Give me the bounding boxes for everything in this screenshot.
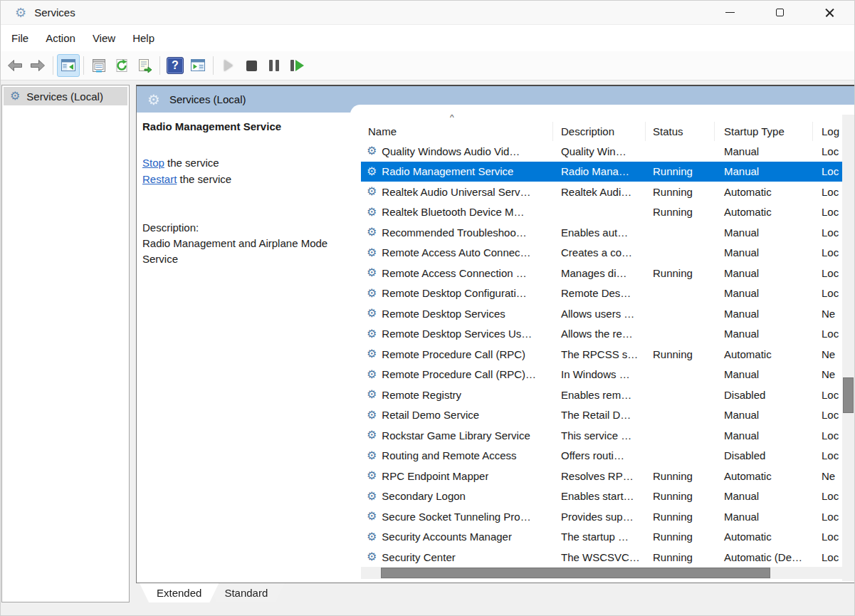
show-action-pane-button[interactable] xyxy=(187,54,209,77)
column-header-name[interactable]: Name ^ xyxy=(361,122,553,141)
service-log-on-as-cell: Loc xyxy=(813,267,844,279)
service-description-cell: Offers routi… xyxy=(553,449,646,461)
service-log-on-as-cell: Ne xyxy=(813,348,844,360)
maximize-button[interactable] xyxy=(755,1,804,24)
stop-service-link[interactable]: Stop xyxy=(142,157,164,169)
pause-service-icon xyxy=(269,60,279,71)
horizontal-scrollbar[interactable] xyxy=(361,567,844,579)
help-button[interactable]: ? xyxy=(164,54,187,77)
service-row[interactable]: ⚙Remote Desktop Services Allows users … … xyxy=(361,303,844,324)
service-name: Remote Desktop Services Us… xyxy=(382,328,532,340)
service-row[interactable]: ⚙Remote Desktop Services Us… Allows the … xyxy=(361,324,844,345)
service-row[interactable]: ⚙Remote Procedure Call (RPC) The RPCSS s… xyxy=(361,344,844,365)
service-name: Quality Windows Audio Vid… xyxy=(382,145,520,157)
service-startup-type-cell: Manual xyxy=(715,368,813,380)
restart-service-icon xyxy=(290,60,304,71)
horizontal-scrollbar-thumb[interactable] xyxy=(381,568,770,578)
description-text: Radio Management and Airplane Mode Servi… xyxy=(142,236,343,267)
service-log-on-as-cell: Ne xyxy=(813,308,844,320)
back-button[interactable] xyxy=(4,54,26,77)
menu-item-help[interactable]: Help xyxy=(124,28,163,49)
service-gear-icon: ⚙ xyxy=(367,369,377,380)
service-row[interactable]: ⚙Quality Windows Audio Vid… Quality Win…… xyxy=(361,141,844,162)
restart-service-link[interactable]: Restart xyxy=(142,173,177,185)
service-row[interactable]: ⚙Secondary Logon Enables start… Running … xyxy=(361,486,844,507)
pause-service-button[interactable] xyxy=(263,54,285,77)
service-name: Realtek Audio Universal Serv… xyxy=(382,186,530,198)
service-startup-type-cell: Disabled xyxy=(715,389,813,401)
column-header-log-on-as[interactable]: Log xyxy=(813,122,844,141)
minimize-icon xyxy=(725,12,735,14)
service-row[interactable]: ⚙Recommended Troubleshoo… Enables aut… M… xyxy=(361,222,844,243)
menu-item-action[interactable]: Action xyxy=(37,28,84,49)
service-row[interactable]: ⚙Rockstar Game Library Service This serv… xyxy=(361,425,844,446)
service-row[interactable]: ⚙RPC Endpoint Mapper Resolves RP… Runnin… xyxy=(361,466,844,486)
service-row[interactable]: ⚙Retail Demo Service The Retail D… Manua… xyxy=(361,405,844,426)
service-description-cell: This service … xyxy=(553,429,646,442)
column-header-name-label: Name xyxy=(368,125,397,137)
service-description-cell: Manages di… xyxy=(553,267,646,279)
menu-item-file[interactable]: File xyxy=(3,28,37,49)
list-header: Name ^ Description Status Startup Type L… xyxy=(361,115,844,141)
service-startup-type-cell: Manual xyxy=(715,287,813,299)
service-row[interactable]: ⚙Remote Desktop Configurati… Remote Des…… xyxy=(361,283,844,304)
service-startup-type-cell: Manual xyxy=(715,145,813,157)
service-startup-type-cell: Automatic xyxy=(715,206,813,218)
service-startup-type-cell: Disabled xyxy=(715,449,813,461)
service-row[interactable]: ⚙Remote Procedure Call (RPC)… In Windows… xyxy=(361,365,844,385)
service-log-on-as-cell: Loc xyxy=(813,551,844,563)
service-row[interactable]: ⚙Security Center The WSCSVC… Running Aut… xyxy=(361,547,844,568)
export-list-button[interactable] xyxy=(133,54,156,77)
restart-service-button[interactable] xyxy=(285,54,308,77)
service-startup-type-cell: Manual xyxy=(715,246,813,259)
menu-item-view[interactable]: View xyxy=(84,28,124,49)
service-gear-icon: ⚙ xyxy=(367,308,377,319)
service-row[interactable]: ⚙Routing and Remote Access Offers routi…… xyxy=(361,446,844,466)
service-status-cell: Running xyxy=(646,267,715,279)
export-list-icon xyxy=(136,57,153,74)
tree-item-services-local[interactable]: ⚙ Services (Local) xyxy=(4,87,127,105)
column-header-status[interactable]: Status xyxy=(646,122,715,141)
vertical-scrollbar[interactable] xyxy=(842,115,854,581)
service-log-on-as-cell: Loc xyxy=(813,511,844,523)
service-description-cell: Radio Mana… xyxy=(553,165,646,177)
column-header-startup-type[interactable]: Startup Type xyxy=(715,122,813,141)
service-description-cell: Quality Win… xyxy=(553,145,646,157)
service-row[interactable]: ⚙Remote Access Connection … Manages di… … xyxy=(361,263,844,283)
show-console-tree-button[interactable] xyxy=(57,54,80,77)
service-status-cell: Running xyxy=(646,206,715,218)
service-row[interactable]: ⚙Security Accounts Manager The startup …… xyxy=(361,527,844,548)
service-row[interactable]: ⚙Secure Socket Tunneling Pro… Provides s… xyxy=(361,506,844,527)
properties-button[interactable] xyxy=(88,54,110,77)
service-description-cell: In Windows … xyxy=(553,368,646,380)
service-action-links: Stop the service Restart the service xyxy=(142,155,345,187)
service-gear-icon: ⚙ xyxy=(367,226,377,238)
service-row[interactable]: ⚙Realtek Bluetooth Device M… Running Aut… xyxy=(361,202,844,223)
sort-ascending-icon: ^ xyxy=(450,115,454,122)
service-description-cell: Creates a co… xyxy=(553,246,646,259)
service-row[interactable]: ⚙Radio Management Service Radio Mana… Ru… xyxy=(361,162,844,182)
stop-service-line: Stop the service xyxy=(142,155,345,171)
service-row[interactable]: ⚙Remote Registry Enables rem… Disabled L… xyxy=(361,385,844,405)
tab-extended[interactable]: Extended xyxy=(140,583,219,602)
refresh-button[interactable] xyxy=(110,54,133,77)
service-log-on-as-cell: Loc xyxy=(813,389,844,401)
service-startup-type-cell: Automatic xyxy=(715,186,813,198)
stop-service-button[interactable] xyxy=(240,54,263,77)
service-row[interactable]: ⚙Realtek Audio Universal Serv… Realtek A… xyxy=(361,182,844,202)
service-startup-type-cell: Manual xyxy=(715,490,813,502)
service-startup-type-cell: Manual xyxy=(715,511,813,523)
vertical-scrollbar-thumb[interactable] xyxy=(843,377,854,413)
service-row[interactable]: ⚙Remote Access Auto Connec… Creates a co… xyxy=(361,243,844,263)
service-log-on-as-cell: Loc xyxy=(813,328,844,340)
service-name: Retail Demo Service xyxy=(382,409,479,421)
forward-button[interactable] xyxy=(26,54,49,77)
selected-service-name: Radio Management Service xyxy=(142,120,345,132)
minimize-button[interactable] xyxy=(705,1,755,24)
close-button[interactable] xyxy=(804,1,854,24)
start-service-button[interactable] xyxy=(217,54,240,77)
service-startup-type-cell: Automatic xyxy=(715,531,813,543)
column-header-description[interactable]: Description xyxy=(553,122,646,141)
tab-standard[interactable]: Standard xyxy=(207,583,285,602)
service-gear-icon: ⚙ xyxy=(367,450,377,461)
